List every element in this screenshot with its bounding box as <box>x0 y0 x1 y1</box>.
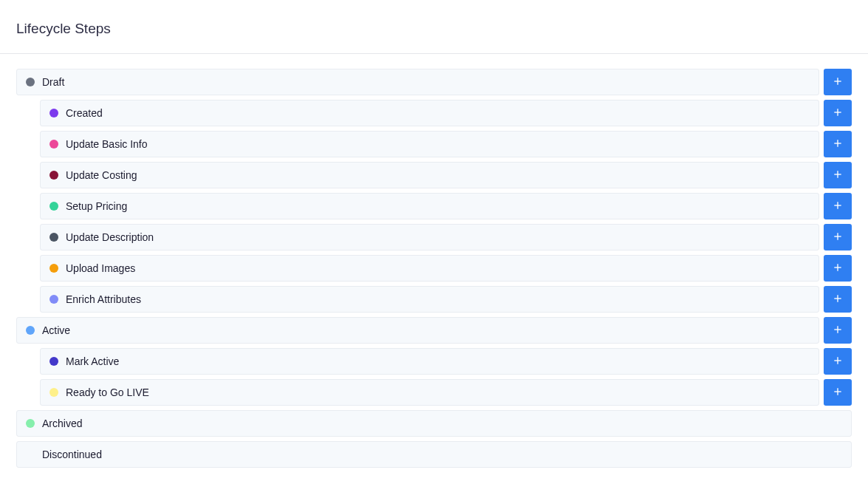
step-item[interactable]: Created <box>40 100 819 126</box>
step-label: Ready to Go LIVE <box>66 386 149 398</box>
page-title: Lifecycle Steps <box>16 21 852 37</box>
step-item[interactable]: Ready to Go LIVE <box>40 379 819 406</box>
step-item[interactable]: Setup Pricing <box>40 193 819 219</box>
add-step-button[interactable] <box>824 255 852 282</box>
group-label: Archived <box>42 417 82 429</box>
lifecycle-step-row: Update Costing <box>16 162 852 188</box>
lifecycle-step-row: Enrich Attributes <box>16 286 852 313</box>
page-header: Lifecycle Steps <box>0 0 868 54</box>
plus-icon <box>832 386 844 400</box>
lifecycle-group-row: Active <box>16 317 852 344</box>
status-dot-icon <box>49 233 58 242</box>
status-dot-icon <box>49 264 58 273</box>
lifecycle-step-row: Setup Pricing <box>16 193 852 219</box>
lifecycle-step-row: Upload Images <box>16 255 852 282</box>
step-label: Update Description <box>66 231 154 243</box>
plus-icon <box>832 324 844 338</box>
step-item[interactable]: Mark Active <box>40 348 819 375</box>
lifecycle-group-row: Discontinued <box>16 441 852 468</box>
lifecycle-step-row: Created <box>16 100 852 126</box>
add-step-button[interactable] <box>824 317 852 344</box>
step-label: Mark Active <box>66 355 119 367</box>
add-step-button[interactable] <box>824 193 852 219</box>
status-dot-icon <box>49 357 58 366</box>
lifecycle-group-row: Draft <box>16 69 852 95</box>
step-label: Update Costing <box>66 169 137 181</box>
lifecycle-group-row: Archived <box>16 410 852 437</box>
status-dot-icon <box>49 171 58 180</box>
group-item[interactable]: Draft <box>16 69 819 95</box>
plus-icon <box>832 168 844 183</box>
steps-list: DraftCreatedUpdate Basic InfoUpdate Cost… <box>0 54 868 484</box>
add-step-button[interactable] <box>824 69 852 95</box>
status-dot-icon <box>49 140 58 149</box>
lifecycle-step-row: Update Basic Info <box>16 131 852 157</box>
plus-icon <box>832 262 844 276</box>
group-item[interactable]: Active <box>16 317 819 344</box>
step-label: Created <box>66 107 103 119</box>
status-dot-icon <box>49 109 58 117</box>
step-item[interactable]: Enrich Attributes <box>40 286 819 313</box>
status-dot-icon <box>49 295 58 304</box>
step-item[interactable]: Upload Images <box>40 255 819 282</box>
step-item[interactable]: Update Description <box>40 224 819 250</box>
plus-icon <box>832 75 844 89</box>
step-label: Update Basic Info <box>66 138 148 150</box>
group-label: Active <box>42 324 70 336</box>
add-step-button[interactable] <box>824 131 852 157</box>
status-dot-icon <box>49 202 58 211</box>
plus-icon <box>832 200 844 214</box>
step-item[interactable]: Update Costing <box>40 162 819 188</box>
add-step-button[interactable] <box>824 348 852 375</box>
add-step-button[interactable] <box>824 224 852 250</box>
group-item[interactable]: Archived <box>16 410 852 437</box>
add-step-button[interactable] <box>824 100 852 126</box>
plus-icon <box>832 106 844 120</box>
add-step-button[interactable] <box>824 162 852 188</box>
group-label: Discontinued <box>42 449 102 460</box>
add-step-button[interactable] <box>824 286 852 313</box>
status-dot-icon <box>26 419 35 428</box>
plus-icon <box>832 137 844 151</box>
status-dot-icon <box>26 78 35 86</box>
status-dot-icon <box>26 326 35 335</box>
step-label: Upload Images <box>66 262 135 274</box>
lifecycle-step-row: Ready to Go LIVE <box>16 379 852 406</box>
plus-icon <box>832 293 844 307</box>
lifecycle-steps-page: Lifecycle Steps DraftCreatedUpdate Basic… <box>0 0 868 484</box>
step-item[interactable]: Update Basic Info <box>40 131 819 157</box>
step-label: Setup Pricing <box>66 200 127 212</box>
status-dot-icon <box>49 388 58 397</box>
lifecycle-step-row: Update Description <box>16 224 852 250</box>
group-label: Draft <box>42 76 64 88</box>
add-step-button[interactable] <box>824 379 852 406</box>
plus-icon <box>832 231 844 245</box>
group-item[interactable]: Discontinued <box>16 441 852 468</box>
step-label: Enrich Attributes <box>66 293 141 305</box>
lifecycle-step-row: Mark Active <box>16 348 852 375</box>
plus-icon <box>832 355 844 369</box>
